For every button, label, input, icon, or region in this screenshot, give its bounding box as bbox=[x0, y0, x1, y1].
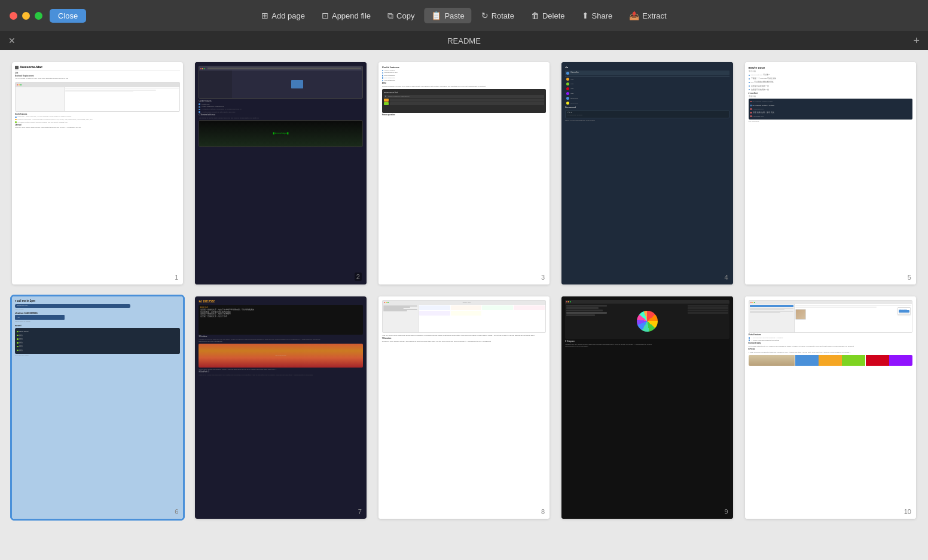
append-file-icon: ⊡ bbox=[322, 11, 329, 20]
toolbar: ⊞ Add page ⊡ Append file ⧉ Copy 📋 Paste … bbox=[254, 8, 673, 24]
page-num-5: 5 bbox=[908, 274, 911, 281]
page-2-content: Useful Features A pretty face + Highly E… bbox=[195, 62, 366, 284]
share-button[interactable]: ⬆ Share bbox=[575, 8, 620, 23]
page-thumb-7[interactable]: kd 18217532 联系 技术 这里是一些描述文字，包含了技术细节和说明内容… bbox=[195, 296, 366, 519]
page-num-10: 10 bbox=[904, 508, 911, 515]
minimize-traffic-light[interactable] bbox=[22, 12, 30, 20]
delete-button[interactable]: 🗑 Delete bbox=[524, 8, 572, 23]
page-5-content: movie coco 学习工具 zzz ZeroNote zzz 可以看一 下面… bbox=[745, 62, 916, 284]
delete-icon: 🗑 bbox=[531, 11, 539, 20]
page-8-content: February, 2030 bbox=[378, 296, 550, 519]
page-4-content: da ClauusDss dsds bbox=[561, 62, 732, 284]
paste-button[interactable]: 📋 Paste bbox=[424, 8, 471, 23]
page-num-7: 7 bbox=[358, 508, 362, 515]
page-thumb-9[interactable]: 8 Telegram Telegram is a very popular pl… bbox=[561, 296, 732, 519]
add-page-icon: ⊞ bbox=[261, 11, 268, 20]
paste-icon: 📋 bbox=[431, 11, 441, 20]
rotate-icon: ↻ bbox=[481, 11, 489, 20]
title-bar: Close ⊞ Add page ⊡ Append file ⧉ Copy 📋 … bbox=[0, 0, 928, 31]
add-page-button[interactable]: ⊞ Add page bbox=[254, 8, 312, 23]
close-traffic-light[interactable] bbox=[10, 12, 17, 20]
page-num-6: 6 bbox=[175, 508, 178, 515]
page-num-9: 9 bbox=[724, 508, 728, 515]
add-tab-button[interactable]: + bbox=[913, 35, 920, 46]
extract-icon: 📤 bbox=[629, 11, 639, 20]
page-3-content: Useful features Todays Window Repositori… bbox=[378, 62, 550, 284]
page-10-content: Organize Report Useful features bbox=[745, 296, 916, 519]
share-icon: ⬆ bbox=[582, 11, 589, 20]
maximize-traffic-light[interactable] bbox=[35, 12, 42, 20]
page-num-8: 8 bbox=[541, 508, 545, 515]
sub-bar-title: README bbox=[447, 36, 481, 45]
extract-button[interactable]: 📤 Extract bbox=[622, 8, 673, 23]
sub-bar: ✕ README + bbox=[0, 31, 928, 50]
page-num-3: 3 bbox=[541, 274, 545, 281]
page-9-content: 8 Telegram Telegram is a very popular pl… bbox=[561, 296, 732, 519]
page-num-1: 1 bbox=[175, 274, 178, 281]
copy-icon: ⧉ bbox=[387, 11, 393, 21]
page-7-content: kd 18217532 联系 技术 这里是一些描述文字，包含了技术细节和说明内容… bbox=[195, 296, 366, 519]
page-thumb-1[interactable]: Awesome-Mac List Bedrock Replacement Are… bbox=[12, 62, 183, 284]
close-button[interactable]: Close bbox=[50, 9, 86, 23]
page-thumb-8[interactable]: February, 2030 bbox=[378, 296, 550, 519]
page-thumb-10[interactable]: Organize Report Useful features bbox=[745, 296, 916, 519]
page-1-content: Awesome-Mac List Bedrock Replacement Are… bbox=[12, 62, 183, 284]
sub-bar-close-button[interactable]: ✕ bbox=[8, 36, 16, 45]
pages-grid: Awesome-Mac List Bedrock Replacement Are… bbox=[12, 62, 916, 519]
page-thumb-5[interactable]: movie coco 学习工具 zzz ZeroNote zzz 可以看一 下面… bbox=[745, 62, 916, 284]
page-thumb-6[interactable]: r call me in 2pm Wechat me 2pm Today me … bbox=[12, 296, 183, 519]
page-num-4: 4 bbox=[724, 274, 728, 281]
pages-container: Awesome-Mac List Bedrock Replacement Are… bbox=[0, 50, 928, 560]
append-file-button[interactable]: ⊡ Append file bbox=[315, 8, 378, 23]
page-thumb-4[interactable]: da ClauusDss dsds bbox=[561, 62, 732, 284]
page-num-2: 2 bbox=[355, 273, 362, 281]
traffic-lights bbox=[10, 12, 42, 20]
page-thumb-3[interactable]: Useful features Todays Window Repositori… bbox=[378, 62, 550, 284]
page-thumb-2[interactable]: Useful Features A pretty face + Highly E… bbox=[195, 62, 366, 284]
copy-button[interactable]: ⧉ Copy bbox=[380, 8, 422, 24]
rotate-button[interactable]: ↻ Rotate bbox=[474, 8, 521, 23]
page-6-content: r call me in 2pm Wechat me 2pm Today me … bbox=[12, 296, 183, 519]
